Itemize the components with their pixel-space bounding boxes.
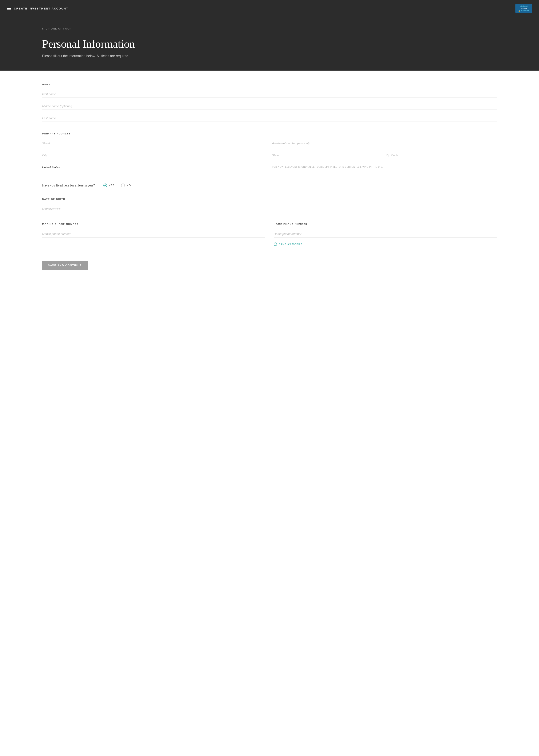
home-section-label: HOME PHONE NUMBER: [274, 223, 497, 226]
step-label: STEP ONE OF FOUR: [42, 27, 532, 30]
header-title: CREATE INVESTMENT ACCOUNT: [14, 7, 68, 10]
badge-brand: digi: [520, 5, 524, 7]
first-name-input[interactable]: [42, 91, 497, 98]
dob-group: DATE OF BIRTH: [42, 198, 497, 212]
mobile-input[interactable]: [42, 231, 265, 237]
country-field: [42, 164, 267, 171]
phone-group: MOBILE PHONE NUMBER HOME PHONE NUMBER SA…: [42, 223, 497, 246]
address-grid: FOR NOW, ELLEVEST IS ONLY ABLE TO ACCEPT…: [42, 140, 497, 176]
lived-here-row: Have you lived here for at least a year?…: [42, 184, 497, 187]
last-name-input[interactable]: [42, 115, 497, 122]
street-input[interactable]: [42, 140, 267, 147]
yes-radio-label[interactable]: YES: [103, 184, 115, 187]
phone-row: MOBILE PHONE NUMBER HOME PHONE NUMBER SA…: [42, 223, 497, 246]
lived-here-radio-group: YES NO: [103, 184, 131, 187]
no-label: NO: [126, 184, 131, 187]
name-section-label: NAME: [42, 83, 497, 86]
dob-section-label: DATE OF BIRTH: [42, 198, 497, 200]
street-field: [42, 140, 267, 147]
header-left: CREATE INVESTMENT ACCOUNT: [7, 7, 68, 10]
yes-label: YES: [109, 184, 115, 187]
city-input[interactable]: [42, 152, 267, 159]
mobile-col: MOBILE PHONE NUMBER: [42, 223, 265, 246]
no-radio-label[interactable]: NO: [121, 184, 131, 187]
middle-name-input[interactable]: [42, 103, 497, 110]
same-as-mobile-label[interactable]: SAME AS MOBILE: [274, 242, 497, 246]
dob-field: [42, 205, 114, 212]
last-name-field: [42, 115, 497, 122]
address-group: PRIMARY ADDRESS: [42, 132, 497, 187]
same-as-mobile-radio[interactable]: [274, 242, 277, 246]
dob-input[interactable]: [42, 205, 114, 212]
home-field: [274, 231, 497, 237]
badge-logo-text: digicert: [520, 5, 528, 7]
step-divider: [42, 32, 69, 32]
state-input[interactable]: [272, 152, 383, 159]
us-note: FOR NOW, ELLEVEST IS ONLY ABLE TO ACCEPT…: [272, 166, 497, 168]
middle-name-field: [42, 103, 497, 110]
mobile-section-label: MOBILE PHONE NUMBER: [42, 223, 265, 226]
apartment-input[interactable]: [272, 140, 497, 147]
home-input[interactable]: [274, 231, 497, 237]
no-radio[interactable]: [121, 184, 125, 187]
country-input[interactable]: [42, 164, 267, 171]
page-subtitle: Please fill out the information below. A…: [42, 54, 532, 58]
badge-brand-accent: cert: [524, 5, 528, 7]
address-left-col: [42, 140, 267, 176]
header: CREATE INVESTMENT ACCOUNT digicert Trust…: [0, 0, 539, 17]
digicert-badge: digicert Trusted 🔒 SECURE: [515, 4, 532, 13]
yes-radio[interactable]: [103, 184, 107, 187]
mobile-field: [42, 231, 265, 237]
city-field: [42, 152, 267, 159]
address-section-label: PRIMARY ADDRESS: [42, 132, 497, 135]
apartment-field: [272, 140, 497, 147]
form-section: NAME PRIMARY ADDRESS: [0, 71, 539, 287]
lived-here-label: Have you lived here for at least a year?: [42, 184, 95, 187]
name-group: NAME: [42, 83, 497, 122]
page-title: Personal Information: [42, 38, 532, 50]
address-right-col: FOR NOW, ELLEVEST IS ONLY ABLE TO ACCEPT…: [272, 140, 497, 176]
first-name-field: [42, 91, 497, 98]
menu-icon[interactable]: [7, 7, 11, 10]
hero-section: STEP ONE OF FOUR Personal Information Pl…: [0, 17, 539, 71]
state-zip-row: [272, 152, 497, 159]
badge-secure-text: 🔒 SECURE: [518, 10, 529, 12]
badge-trusted-text: Trusted: [521, 8, 527, 10]
save-and-continue-button[interactable]: SAVE AND CONTINUE: [42, 261, 88, 270]
home-col: HOME PHONE NUMBER SAME AS MOBILE: [274, 223, 497, 246]
zip-input[interactable]: [386, 152, 497, 159]
same-as-mobile-text: SAME AS MOBILE: [279, 243, 303, 245]
